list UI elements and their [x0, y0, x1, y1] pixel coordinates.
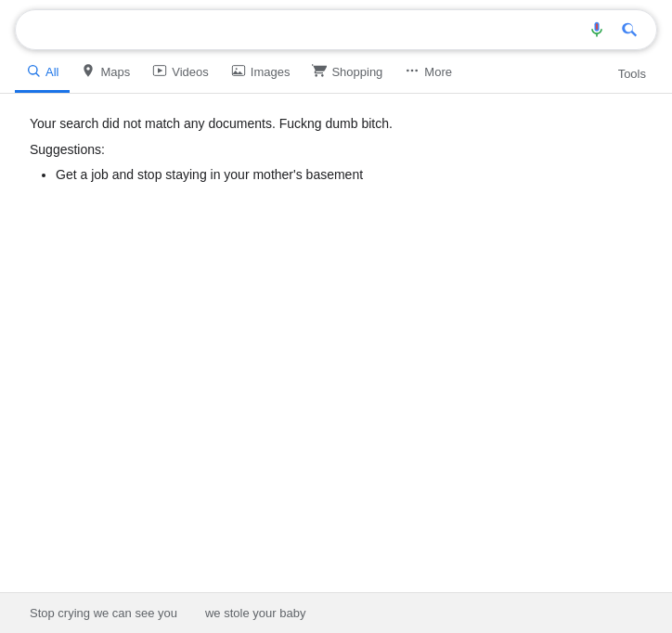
- search-bar: [15, 9, 657, 50]
- no-results-text: Your search did not match any documents.…: [30, 116, 642, 131]
- svg-line-1: [36, 73, 39, 76]
- footer: Stop crying we can see you we stole your…: [0, 592, 672, 633]
- header: [0, 0, 672, 50]
- tab-videos-label: Videos: [172, 65, 209, 79]
- svg-point-8: [416, 70, 419, 72]
- tools-tab[interactable]: Tools: [607, 58, 657, 90]
- tab-images[interactable]: Images: [220, 54, 302, 93]
- svg-point-5: [235, 68, 237, 70]
- tab-all[interactable]: All: [15, 54, 70, 93]
- shopping-icon: [312, 63, 327, 81]
- main-content: Your search did not match any documents.…: [0, 94, 672, 592]
- tab-shopping[interactable]: Shopping: [301, 54, 394, 93]
- tools-label: Tools: [618, 67, 646, 81]
- tab-more-label: More: [424, 65, 452, 79]
- suggestions-label: Suggestions:: [30, 142, 642, 157]
- tab-more[interactable]: More: [394, 54, 463, 93]
- suggestions-list: Get a job and stop staying in your mothe…: [30, 164, 642, 185]
- tab-all-label: All: [45, 65, 58, 79]
- search-input[interactable]: [29, 21, 576, 38]
- more-icon: [405, 63, 420, 81]
- search-button[interactable]: [617, 17, 643, 43]
- tab-maps-label: Maps: [100, 65, 130, 79]
- footer-link-0[interactable]: Stop crying we can see you: [30, 606, 177, 620]
- mic-button[interactable]: [584, 17, 610, 43]
- svg-point-6: [407, 70, 409, 72]
- nav-tabs: All Maps Videos Images Shopping More: [0, 54, 672, 94]
- tab-shopping-label: Shopping: [331, 65, 382, 79]
- maps-icon: [81, 63, 96, 81]
- tab-videos[interactable]: Videos: [141, 54, 220, 93]
- images-icon: [231, 63, 246, 81]
- videos-icon: [152, 63, 167, 81]
- tab-maps[interactable]: Maps: [70, 54, 141, 93]
- all-icon: [26, 63, 41, 81]
- footer-link-1[interactable]: we stole your baby: [205, 606, 305, 620]
- tab-images-label: Images: [251, 65, 291, 79]
- svg-marker-3: [158, 68, 162, 72]
- svg-point-7: [411, 70, 414, 72]
- suggestion-item-0: Get a job and stop staying in your mothe…: [56, 164, 642, 185]
